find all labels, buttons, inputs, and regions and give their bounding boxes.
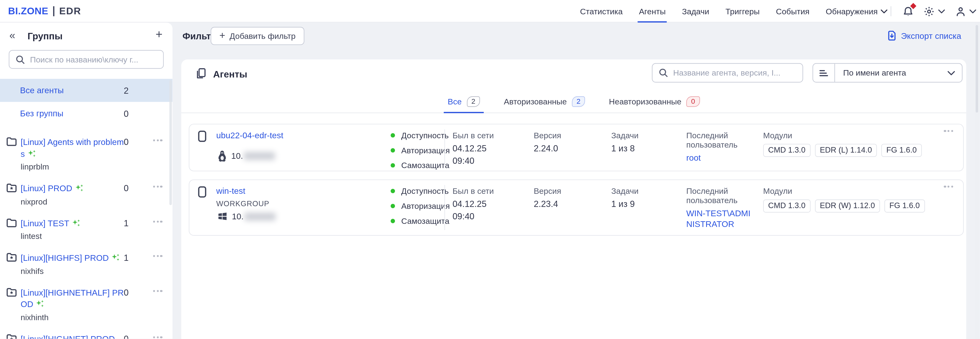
nav-triggers[interactable]: Триггеры <box>725 0 760 22</box>
search-icon <box>659 68 668 78</box>
agent-statuses: Доступность Авторизация Самозащита <box>391 186 450 226</box>
group-key: nixprod <box>21 197 173 206</box>
notifications-button[interactable] <box>903 6 913 17</box>
tasks-column: Задачи 1 из 9 <box>611 186 638 208</box>
group-item-nixprod[interactable]: [Linux] PROD 0 nixprod <box>0 177 173 212</box>
agent-name-link[interactable]: win-test <box>216 186 245 196</box>
nav-events[interactable]: События <box>776 0 810 22</box>
app-root: BI.ZONE EDR Статистика Агенты Задачи Три… <box>0 0 980 339</box>
last-user-link[interactable]: WIN-TEST\ADMINISTRATOR <box>686 208 754 229</box>
tasks-column: Задачи 1 из 8 <box>611 131 638 153</box>
group-item-lintest[interactable]: [Linux] TEST 1 lintest <box>0 212 173 247</box>
group-name-link: [Linux] PROD <box>21 184 72 193</box>
nav-detections[interactable]: Обнаружения <box>826 0 888 22</box>
last-user-column: Последний пользователь WIN-TEST\ADMINIST… <box>686 186 754 229</box>
column-divider <box>444 185 445 230</box>
last-user-link[interactable]: root <box>686 153 754 163</box>
logo-edr: EDR <box>59 6 81 17</box>
header-icons <box>891 0 976 22</box>
group-name-link: [Linux] TEST <box>21 219 69 228</box>
agent-ip-line: 10. <box>218 150 275 162</box>
group-name-link: [Linux] Agents with problems <box>21 138 124 159</box>
row-menu-button[interactable] <box>944 130 953 132</box>
header-divider <box>891 6 891 16</box>
collapse-sidebar-icon[interactable]: « <box>9 28 15 43</box>
group-search-box <box>9 50 164 69</box>
tab-count-badge: 0 <box>686 96 700 107</box>
group-item-nixhifs[interactable]: [Linux][HIGHFS] PROD 1 nixhifs <box>0 246 173 281</box>
module-chip: EDR (L) 1.14.0 <box>815 144 877 157</box>
row-menu-button[interactable] <box>944 186 953 188</box>
agent-domain: WORKGROUP <box>216 199 269 208</box>
nav-statistics[interactable]: Статистика <box>580 0 623 22</box>
group-menu-button[interactable] <box>153 255 162 257</box>
agent-name-link[interactable]: ubu22-04-edr-test <box>216 131 283 140</box>
agent-rows: ubu22-04-edr-test 10. Доступность Автори… <box>189 124 964 244</box>
logo-bizone: BI.ZONE <box>8 6 48 17</box>
folder-star-icon <box>6 287 17 296</box>
status-authorization: Авторизация <box>391 201 450 210</box>
module-chip: FG 1.6.0 <box>885 199 925 213</box>
status-availability: Доступность <box>391 186 450 196</box>
add-filter-button[interactable]: + Добавить фильтр <box>211 27 304 45</box>
group-menu-button[interactable] <box>153 336 162 338</box>
export-list-link[interactable]: Экспорт списка <box>888 31 961 41</box>
status-dot-green <box>391 204 395 208</box>
page-scrollbar[interactable] <box>975 22 979 339</box>
bell-icon <box>903 6 913 17</box>
chevron-down-icon <box>948 70 962 75</box>
agent-search-input[interactable] <box>673 68 797 78</box>
group-count: 1 <box>124 218 129 228</box>
sidebar-item-all-agents[interactable]: Все агенты 2 <box>0 79 173 102</box>
main-nav: Статистика Агенты Задачи Триггеры Событи… <box>580 0 888 22</box>
nav-tasks[interactable]: Задачи <box>682 0 709 22</box>
user-icon <box>956 6 966 17</box>
nav-agents[interactable]: Агенты <box>639 0 666 22</box>
group-key: nixhifs <box>21 266 173 275</box>
group-menu-button[interactable] <box>153 220 162 222</box>
sidebar-item-no-group[interactable]: Без группы 0 <box>0 102 173 125</box>
group-name-link: [Linux][HIGHNET] PROD <box>21 334 115 339</box>
column-divider <box>444 129 445 166</box>
group-count: 2 <box>124 85 129 95</box>
module-chip: EDR (W) 1.12.0 <box>815 199 880 213</box>
sidebar-scrollbar[interactable] <box>169 80 172 205</box>
module-chip: CMD 1.3.0 <box>763 199 811 213</box>
status-dot-green <box>391 133 395 138</box>
smart-group-sparkles-icon <box>36 299 45 308</box>
smart-group-sparkles-icon <box>72 219 81 228</box>
group-item-linprblm[interactable]: [Linux] Agents with problems 0 linprblm <box>0 131 173 177</box>
group-search-input[interactable] <box>30 54 158 64</box>
status-selfprotection: Самозащита <box>391 216 450 226</box>
group-item-nixhinth[interactable]: [Linux][HIGHNETHALF] PROD 0 nixhinth <box>0 281 173 327</box>
tab-authorized[interactable]: Авторизованные 2 <box>504 91 585 113</box>
top-header: BI.ZONE EDR Статистика Агенты Задачи Три… <box>0 0 980 22</box>
sort-select[interactable]: По имени агента <box>813 63 963 83</box>
agents-tabs: Все 2 Авторизованные 2 Неавторизованные … <box>181 91 966 113</box>
tab-unauthorized[interactable]: Неавторизованные 0 <box>609 91 700 113</box>
group-menu-button[interactable] <box>153 140 162 142</box>
agent-ip: 10. <box>232 212 275 221</box>
group-menu-button[interactable] <box>153 290 162 292</box>
status-selfprotection: Самозащита <box>391 161 450 170</box>
logo: BI.ZONE EDR <box>8 0 81 22</box>
chevron-down-icon <box>969 9 976 13</box>
group-count: 0 <box>124 287 129 297</box>
agent-tasks: 1 из 9 <box>611 199 638 209</box>
redacted-ip-blur <box>244 212 275 220</box>
add-group-button[interactable]: + <box>156 27 162 42</box>
folder-icon <box>6 137 17 146</box>
settings-button[interactable] <box>924 6 945 17</box>
row-checkbox[interactable] <box>198 131 206 142</box>
last-seen-date: 04.12.25 <box>453 143 494 153</box>
agent-version: 2.23.4 <box>534 199 561 209</box>
sidebar-title: Группы <box>27 31 62 41</box>
group-menu-button[interactable] <box>153 186 162 188</box>
export-file-icon <box>888 31 897 41</box>
row-checkbox[interactable] <box>198 186 206 197</box>
tab-all[interactable]: Все 2 <box>447 91 480 113</box>
status-dot-green <box>391 219 395 223</box>
group-key: nixhinth <box>21 312 173 321</box>
group-item-nixhinet[interactable]: [Linux][HIGHNET] PROD 0 nixhinet <box>0 327 173 339</box>
account-button[interactable] <box>956 6 977 17</box>
